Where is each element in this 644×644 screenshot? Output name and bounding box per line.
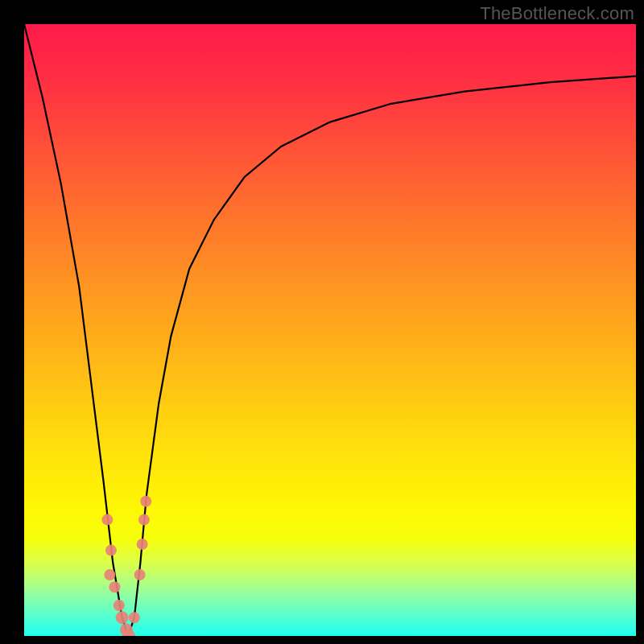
- marker-dot: [105, 545, 117, 556]
- marker-dot: [116, 611, 129, 624]
- plot-area: [24, 24, 636, 636]
- marker-dot: [134, 569, 146, 580]
- bottleneck-svg: [24, 24, 636, 636]
- marker-dot: [104, 569, 115, 580]
- marker-dot: [101, 514, 113, 526]
- marker-dot: [140, 496, 151, 507]
- marker-dot: [109, 581, 120, 592]
- markers-group: [101, 496, 151, 636]
- chart-frame: TheBottleneck.com: [0, 0, 644, 644]
- marker-dot: [114, 600, 125, 611]
- marker-dot: [137, 539, 148, 550]
- marker-dot: [129, 612, 140, 623]
- marker-dot: [138, 514, 150, 526]
- bottleneck-curve-path: [24, 24, 636, 636]
- watermark-text: TheBottleneck.com: [480, 3, 634, 24]
